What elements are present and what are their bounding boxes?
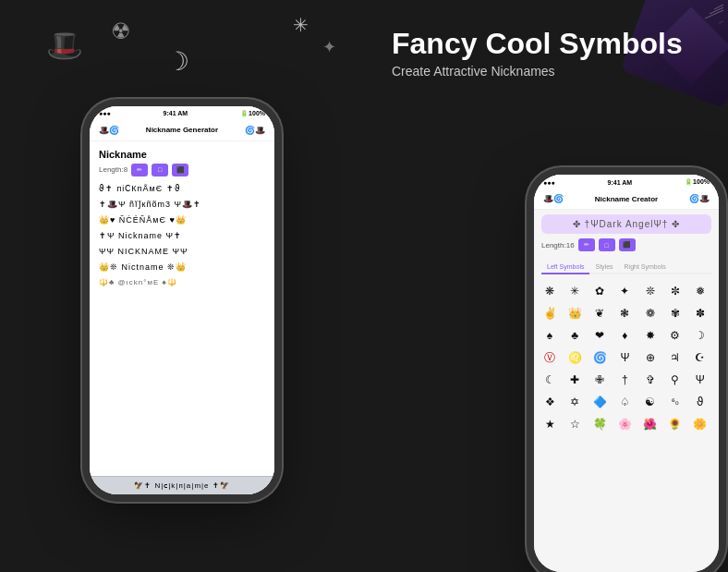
right-header-icon-left: 🎩🌀 [543,194,564,203]
sym-cell[interactable]: ❖ [540,392,560,412]
list-item[interactable]: 👑❊ Nictname ❊👑 [99,261,265,274]
sym-cell[interactable]: ⊕ [640,347,661,368]
left-phone-content: Nickname Length:8 ✏ □ ⬛ ϑ✝ пiϹКпÅмЄ ✝ϑ ✝… [90,141,274,476]
sym-cell[interactable]: ☽ [690,325,710,346]
nickname-list: ϑ✝ пiϹКпÅмЄ ✝ϑ ✝🎩Ψ ñĭǰкñõm3 Ψ🎩✝ 👑♥ ÑĊÉÑÅ… [99,182,265,288]
left-status-bar: ●●● 9:41 AM 🔋100% [90,106,274,121]
left-app-title: Nickname Generator [146,126,218,134]
right-panel: Fancy Cool Symbols Create Attractive Nic… [364,0,728,572]
sym-cell[interactable]: ϑ [690,392,710,412]
title-area: Fancy Cool Symbols Create Attractive Nic… [392,28,683,97]
sym-cell[interactable]: ✡ [564,392,585,412]
sym-cell[interactable]: ✦ [614,281,635,301]
left-battery: 🔋100% [240,110,265,117]
sym-cell[interactable]: 🌸 [614,414,635,434]
keyboard-area[interactable]: 🦅✝ Ν|ϲ|k|п|а|m|е ✝🦅 [90,476,274,494]
sym-cell[interactable]: ✼ [665,281,686,301]
dark-angel-field[interactable]: ✤ †ΨDark AngelΨ† ✤ [541,214,711,234]
sym-cell[interactable]: ❊ [640,281,661,301]
sym-cell[interactable]: Ⓥ [540,347,560,368]
float-moon-icon: ☽ [166,46,189,77]
right-copy-btn[interactable]: □ [599,238,615,251]
sym-cell[interactable]: 🍀 [589,414,610,434]
sym-cell[interactable]: ⚲ [665,370,686,390]
list-item[interactable]: ΨΨ NICKNAME ΨΨ [99,245,265,258]
right-signal: ●●● [543,179,555,186]
sym-cell[interactable]: ✳ [564,281,585,301]
fancy-subtitle: Create Attractive Nicknames [392,64,683,79]
header-icon-left: 🎩🌀 [99,126,119,135]
fancy-title: Fancy Cool Symbols [392,28,683,60]
right-random-btn[interactable]: ⬛ [619,238,636,251]
sym-cell[interactable]: ♦ [614,325,635,346]
float-star-icon: ✳ [293,14,309,36]
sym-cell[interactable]: ❃ [614,303,635,323]
right-edit-btn[interactable]: ✏ [578,238,595,251]
right-status-bar: ●●● 9:41 AM 🔋100% [534,175,719,189]
right-time: 9:41 AM [608,179,633,186]
edit-btn[interactable]: ✏ [131,164,148,176]
list-item[interactable]: ϑ✝ пiϹКпÅмЄ ✝ϑ [99,182,265,195]
float-radiation-icon: ☢ [111,18,131,44]
list-item[interactable]: ✝Ψ Nickname Ψ✝ [99,229,265,242]
random-btn[interactable]: ⬛ [172,164,188,176]
right-app-title: Nickname Creator [595,195,658,203]
right-phone-header: 🎩🌀 Nickname Creator 🌀🎩 [534,189,719,210]
sym-cell[interactable]: ✽ [690,303,710,323]
header-icon-right: 🌀🎩 [245,126,265,135]
sym-cell[interactable]: ✌ [540,303,560,323]
copy-btn[interactable]: □ [152,164,168,176]
sym-cell[interactable]: ❦ [589,303,610,323]
sym-cell[interactable]: 🌺 [640,414,661,434]
sym-cell[interactable]: ✙ [589,370,610,390]
sym-cell[interactable]: ♣ [564,325,585,346]
list-item[interactable]: ✝🎩Ψ ñĭǰкñõm3 Ψ🎩✝ [99,198,265,211]
float-dots-icon: ✦ [322,37,336,57]
sym-cell[interactable]: ✿ [589,281,610,301]
left-signal: ●●● [99,110,111,116]
list-item[interactable]: 👑♥ ÑĊÉÑÅмЄ ♥👑 [99,213,265,226]
sym-cell[interactable]: ⚙ [665,325,686,346]
float-hat-icon: 🎩 [46,28,83,63]
left-phone-header: 🎩🌀 Nickname Generator 🌀🎩 [90,121,274,141]
length-row: Length:8 ✏ □ ⬛ [99,164,265,176]
sym-cell[interactable]: ⁶₀ [665,392,686,412]
sym-cell[interactable]: ❁ [640,303,661,323]
sym-cell[interactable]: ♠ [540,325,560,346]
sym-cell[interactable]: ★ [540,414,560,434]
svg-line-3 [719,21,723,23]
right-header-icon-right: 🌀🎩 [689,194,710,203]
sym-cell[interactable]: ❋ [540,281,560,301]
sym-cell[interactable]: ☪ [690,347,710,368]
sym-cell[interactable]: † [614,370,635,390]
tab-left-symbols[interactable]: Left Symbols [541,261,589,274]
sym-cell[interactable]: ♃ [665,347,686,368]
sym-cell[interactable]: ♤ [614,392,635,412]
symbol-tabs: Left Symbols Styles Right Symbols [541,261,711,274]
sym-cell[interactable]: ✾ [665,303,686,323]
tab-styles[interactable]: Styles [589,261,618,273]
sym-cell[interactable]: ✚ [564,370,585,390]
sym-cell[interactable]: 🔷 [589,392,610,412]
sym-cell[interactable]: ❤ [589,325,610,346]
nickname-label: Nickname [99,149,265,160]
sym-cell[interactable]: ✞ [640,370,661,390]
sym-cell[interactable]: Ψ [690,370,710,390]
tab-right-symbols[interactable]: Right Symbols [619,261,672,273]
sym-cell[interactable]: ☆ [564,414,585,434]
sym-cell[interactable]: 🌼 [690,414,710,434]
list-item[interactable]: 🔱♣ @ıckn°мЕ ♠🔱 [99,276,265,288]
sym-cell[interactable]: 🌀 [589,347,610,368]
sym-cell[interactable]: 👑 [564,303,585,323]
length-text: Length:8 [99,165,127,174]
sym-cell[interactable]: ♌ [564,347,585,368]
sym-cell[interactable]: Ψ [614,347,635,368]
left-time: 9:41 AM [164,110,188,116]
sym-cell[interactable]: ☾ [540,370,560,390]
sym-cell[interactable]: 🌻 [665,414,686,434]
sym-cell[interactable]: ❅ [690,281,710,301]
sym-cell[interactable]: ✸ [640,325,661,346]
symbols-grid: ❋ ✳ ✿ ✦ ❊ ✼ ❅ ✌ 👑 ❦ ❃ ❁ ✾ ✽ ♠ ♣ ❤ [534,278,719,437]
right-battery: 🔋100% [685,178,710,186]
sym-cell[interactable]: ☯ [640,392,661,412]
